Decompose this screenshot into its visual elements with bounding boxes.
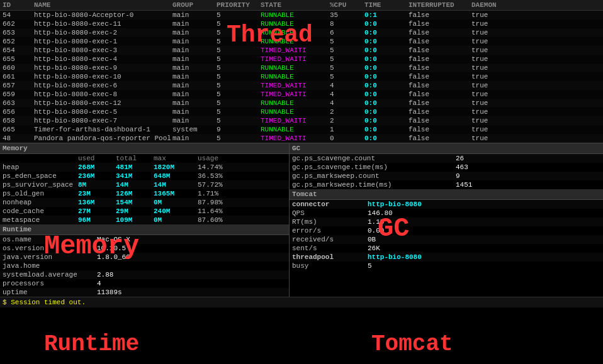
cell-daemon: true <box>471 38 509 45</box>
tomcat-row: connector http-bio-8080 <box>290 200 603 209</box>
cell-name: http-bio-8080-exec-10 <box>34 73 172 80</box>
gc-value: 1451 <box>456 181 600 189</box>
col-header-time: TIME <box>364 1 409 9</box>
table-row: 54 http-bio-8080-Acceptor-0 main 5 RUNNA… <box>0 11 603 19</box>
col-header-interrupted: INTERRUPTED <box>409 1 471 9</box>
cell-daemon: true <box>471 108 509 116</box>
cell-interrupted: false <box>409 82 471 89</box>
col-header-priority: PRIORITY <box>217 1 261 9</box>
mem-name: heap <box>3 163 78 171</box>
cell-time: 0:0 <box>364 91 409 98</box>
left-column: Memory used total max usage heap 268M 48… <box>0 143 290 297</box>
tomcat-row: received/s 0B <box>290 235 603 244</box>
cell-time: 0:1 <box>364 11 409 19</box>
mem-max: 0M <box>154 199 198 206</box>
status-bar: $ Session timed out. <box>0 297 603 307</box>
cell-interrupted: false <box>409 108 471 116</box>
runtime-big-label: Runtime <box>44 331 139 357</box>
rt-name: java.home <box>3 262 97 270</box>
rt-value: 2.88 <box>97 271 286 279</box>
cell-group: main <box>172 73 217 80</box>
col-header-daemon: DAEMON <box>471 1 509 9</box>
tomcat-value: 26K <box>368 245 600 252</box>
cell-group: main <box>172 38 217 45</box>
mem-used: 96M <box>78 216 116 224</box>
cell-id: 654 <box>3 47 34 54</box>
mem-name: ps_eden_space <box>3 172 78 180</box>
cell-name: http-bio-8080-exec-12 <box>34 99 172 107</box>
cell-state: RUNNABLE <box>261 73 330 80</box>
cell-name: http-bio-8080-exec-4 <box>34 55 172 63</box>
memory-row: code_cache 27M 29M 240M 11.64% <box>0 207 289 216</box>
tomcat-value: 5 <box>368 262 600 270</box>
cell-time: 0:0 <box>364 64 409 72</box>
cell-cpu: 4 <box>330 99 364 107</box>
mem-total: 154M <box>116 199 154 206</box>
gc-rows: gc.ps_scavenge.count 26 gc.ps_scavenge.t… <box>290 154 603 189</box>
tomcat-table: connector http-bio-8080 QPS 146.80 RT(ms… <box>290 200 603 270</box>
mem-max: 1365M <box>154 190 198 197</box>
cell-group: main <box>172 47 217 54</box>
cell-group: main <box>172 108 217 116</box>
cell-name: Pandora pandora-qos-reporter Pool <box>34 135 172 142</box>
cell-id: 661 <box>3 73 34 80</box>
cell-time: 0:0 <box>364 117 409 124</box>
mem-total: 481M <box>116 163 154 171</box>
table-row: 659 http-bio-8080-exec-8 main 5 TIMED_WA… <box>0 90 603 99</box>
cell-cpu: 6 <box>330 29 364 36</box>
tomcat-name: received/s <box>292 236 368 243</box>
cell-name: http-bio-8080-exec-8 <box>34 91 172 98</box>
mem-name: nonheap <box>3 199 78 206</box>
table-row: 657 http-bio-8080-exec-6 main 5 TIMED_WA… <box>0 81 603 90</box>
cell-priority: 5 <box>217 117 261 124</box>
cell-priority: 5 <box>217 91 261 98</box>
mem-h-name <box>3 155 78 162</box>
cell-interrupted: false <box>409 55 471 63</box>
mem-max: 1820M <box>154 163 198 171</box>
cell-name: http-bio-8080-exec-6 <box>34 82 172 89</box>
rt-value: 4 <box>97 280 286 287</box>
mem-h-usage: usage <box>198 155 235 162</box>
cell-id: 653 <box>3 29 34 36</box>
cell-id: 665 <box>3 126 34 133</box>
cell-name: Timer-for-arthas-dashboard-1 <box>34 126 172 133</box>
table-row: 655 http-bio-8080-exec-4 main 5 TIMED_WA… <box>0 55 603 63</box>
mem-usage: 1.71% <box>198 190 235 197</box>
mem-max: 240M <box>154 207 198 215</box>
runtime-row: java.home <box>0 262 289 270</box>
cell-daemon: true <box>471 99 509 107</box>
cell-group: main <box>172 29 217 36</box>
memory-big-label: Memory <box>44 231 139 262</box>
tomcat-value: http-bio-8080 <box>368 201 600 208</box>
cell-id: 48 <box>3 135 34 142</box>
cell-interrupted: false <box>409 91 471 98</box>
memory-section-header: Memory <box>0 143 289 154</box>
runtime-section-header: Runtime <box>0 224 289 235</box>
cell-state: RUNNABLE <box>261 11 330 19</box>
cell-group: main <box>172 55 217 63</box>
cell-time: 0:0 <box>364 47 409 54</box>
cell-daemon: true <box>471 91 509 98</box>
cell-priority: 5 <box>217 135 261 142</box>
cell-name: http-bio-8080-exec-3 <box>34 47 172 54</box>
cell-cpu: 2 <box>330 117 364 124</box>
cell-state: RUNNABLE <box>261 99 330 107</box>
cell-interrupted: false <box>409 126 471 133</box>
mem-usage: 87.60% <box>198 216 235 224</box>
cell-state: TIMED_WAITI <box>261 82 330 89</box>
cell-id: 54 <box>3 11 34 19</box>
cell-id: 662 <box>3 20 34 28</box>
cell-time: 0:0 <box>364 126 409 133</box>
runtime-rows: os.name Mac OS X os.version 10.10.5 java… <box>0 235 289 297</box>
gc-value: 26 <box>456 155 600 162</box>
tomcat-row: QPS 146.80 <box>290 209 603 218</box>
mem-h-max: max <box>154 155 198 162</box>
cell-interrupted: false <box>409 99 471 107</box>
cell-cpu: 5 <box>330 38 364 45</box>
cell-group: main <box>172 135 217 142</box>
tomcat-row: busy 5 <box>290 262 603 270</box>
cell-interrupted: false <box>409 11 471 19</box>
table-row: 663 http-bio-8080-exec-12 main 5 RUNNABL… <box>0 99 603 108</box>
mem-usage: 87.98% <box>198 199 235 206</box>
cell-state: RUNNABLE <box>261 126 330 133</box>
